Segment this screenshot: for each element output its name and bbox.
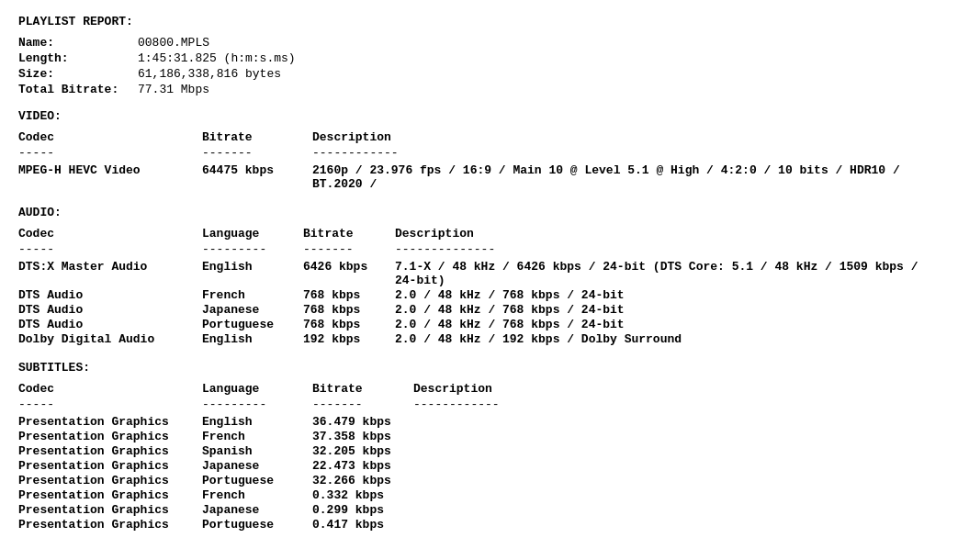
audio-rows: DTS:X Master Audio English 6426 kbps 7.1… bbox=[18, 260, 940, 346]
row-language: French bbox=[202, 430, 312, 443]
video-col-bitrate: Bitrate bbox=[202, 130, 312, 144]
row-bitrate: 37.358 kbps bbox=[312, 430, 413, 443]
video-col-description: Description bbox=[312, 130, 940, 144]
row-description: 7.1-X / 48 kHz / 6426 kbps / 24-bit (DTS… bbox=[395, 260, 940, 287]
report-title: PLAYLIST REPORT: bbox=[18, 15, 940, 28]
row-description bbox=[413, 444, 940, 458]
row-language: Portuguese bbox=[202, 318, 303, 331]
table-row: DTS Audio French 768 kbps 2.0 / 48 kHz /… bbox=[18, 288, 940, 302]
audio-divider: ----- --------- ------- -------------- bbox=[18, 242, 940, 256]
row-codec: Presentation Graphics bbox=[18, 474, 202, 487]
row-language: English bbox=[202, 332, 303, 346]
table-row: DTS Audio Japanese 768 kbps 2.0 / 48 kHz… bbox=[18, 303, 940, 317]
table-row: Presentation Graphics Portuguese 0.417 k… bbox=[18, 518, 940, 532]
row-bitrate: 32.205 kbps bbox=[312, 444, 413, 458]
subtitles-header: Codec Language Bitrate Description bbox=[18, 382, 940, 396]
row-description: 2.0 / 48 kHz / 768 kbps / 24-bit bbox=[395, 288, 940, 302]
row-bitrate: 0.299 kbps bbox=[312, 503, 413, 517]
sub-col-bitrate: Bitrate bbox=[312, 382, 413, 396]
audio-section: AUDIO: Codec Language Bitrate Descriptio… bbox=[18, 206, 940, 346]
row-language: Portuguese bbox=[202, 518, 312, 532]
video-divider: ----- ------- ------------ bbox=[18, 146, 940, 160]
video-header: Codec Bitrate Description bbox=[18, 130, 940, 144]
audio-title: AUDIO: bbox=[18, 206, 940, 219]
audio-col-codec: Codec bbox=[18, 227, 202, 241]
row-bitrate: 36.479 kbps bbox=[312, 415, 413, 429]
row-codec: DTS Audio bbox=[18, 288, 202, 302]
bitrate-label: Total Bitrate: bbox=[18, 83, 138, 96]
table-row: Presentation Graphics Portuguese 32.266 … bbox=[18, 474, 940, 487]
row-codec: Presentation Graphics bbox=[18, 444, 202, 458]
row-codec: Dolby Digital Audio bbox=[18, 332, 202, 346]
row-codec: Presentation Graphics bbox=[18, 518, 202, 532]
row-language: Japanese bbox=[202, 503, 312, 517]
row-description bbox=[413, 488, 940, 502]
row-language: English bbox=[202, 415, 312, 429]
table-row: DTS Audio Portuguese 768 kbps 2.0 / 48 k… bbox=[18, 318, 940, 331]
row-bitrate: 32.266 kbps bbox=[312, 474, 413, 487]
length-label: Length: bbox=[18, 51, 138, 65]
row-codec: Presentation Graphics bbox=[18, 459, 202, 473]
row-description: 2.0 / 48 kHz / 192 kbps / Dolby Surround bbox=[395, 332, 940, 346]
subtitle-rows: Presentation Graphics English 36.479 kbp… bbox=[18, 415, 940, 532]
table-row: Presentation Graphics English 36.479 kbp… bbox=[18, 415, 940, 429]
bitrate-value: 77.31 Mbps bbox=[138, 83, 209, 96]
row-bitrate: 0.332 kbps bbox=[312, 488, 413, 502]
row-language: French bbox=[202, 288, 303, 302]
row-codec: MPEG-H HEVC Video bbox=[18, 163, 202, 191]
name-label: Name: bbox=[18, 36, 138, 50]
sub-col-language: Language bbox=[202, 382, 312, 396]
row-codec: DTS:X Master Audio bbox=[18, 260, 202, 287]
row-language: Portuguese bbox=[202, 474, 312, 487]
video-col-codec: Codec bbox=[18, 130, 202, 144]
row-bitrate: 64475 kbps bbox=[202, 163, 312, 191]
table-row: Dolby Digital Audio English 192 kbps 2.0… bbox=[18, 332, 940, 346]
subtitles-divider: ----- --------- ------- ------------ bbox=[18, 398, 940, 411]
row-bitrate: 6426 kbps bbox=[303, 260, 395, 287]
audio-col-description: Description bbox=[395, 227, 940, 241]
row-language: Spanish bbox=[202, 444, 312, 458]
row-description: 2.0 / 48 kHz / 768 kbps / 24-bit bbox=[395, 303, 940, 317]
row-bitrate: 22.473 kbps bbox=[312, 459, 413, 473]
row-bitrate: 0.417 kbps bbox=[312, 518, 413, 532]
row-description: 2160p / 23.976 fps / 16:9 / Main 10 @ Le… bbox=[312, 163, 940, 191]
sub-col-codec: Codec bbox=[18, 382, 202, 396]
size-value: 61,186,338,816 bytes bbox=[138, 67, 281, 81]
table-row: Presentation Graphics Spanish 32.205 kbp… bbox=[18, 444, 940, 458]
row-description bbox=[413, 459, 940, 473]
row-description bbox=[413, 415, 940, 429]
row-bitrate: 768 kbps bbox=[303, 303, 395, 317]
size-label: Size: bbox=[18, 67, 138, 81]
table-row: Presentation Graphics French 0.332 kbps bbox=[18, 488, 940, 502]
video-section: VIDEO: Codec Bitrate Description ----- -… bbox=[18, 109, 940, 191]
row-description bbox=[413, 474, 940, 487]
row-codec: Presentation Graphics bbox=[18, 488, 202, 502]
row-codec: DTS Audio bbox=[18, 303, 202, 317]
row-language: Japanese bbox=[202, 303, 303, 317]
row-description bbox=[413, 430, 940, 443]
row-language: English bbox=[202, 260, 303, 287]
video-div-desc: ------------ bbox=[312, 146, 940, 160]
report-info: Name: 00800.MPLS Length: 1:45:31.825 (h:… bbox=[18, 36, 940, 96]
length-value: 1:45:31.825 (h:m:s.ms) bbox=[138, 51, 296, 65]
table-row: Presentation Graphics Japanese 0.299 kbp… bbox=[18, 503, 940, 517]
row-bitrate: 768 kbps bbox=[303, 288, 395, 302]
table-row: Presentation Graphics French 37.358 kbps bbox=[18, 430, 940, 443]
video-rows: MPEG-H HEVC Video 64475 kbps 2160p / 23.… bbox=[18, 163, 940, 191]
video-div-codec: ----- bbox=[18, 146, 202, 160]
row-language: Japanese bbox=[202, 459, 312, 473]
audio-header: Codec Language Bitrate Description bbox=[18, 227, 940, 241]
row-description bbox=[413, 518, 940, 532]
subtitles-title: SUBTITLES: bbox=[18, 361, 940, 375]
audio-col-language: Language bbox=[202, 227, 303, 241]
row-codec: Presentation Graphics bbox=[18, 415, 202, 429]
row-codec: Presentation Graphics bbox=[18, 430, 202, 443]
row-bitrate: 192 kbps bbox=[303, 332, 395, 346]
video-title: VIDEO: bbox=[18, 109, 940, 123]
table-row: Presentation Graphics Japanese 22.473 kb… bbox=[18, 459, 940, 473]
sub-col-description: Description bbox=[413, 382, 940, 396]
table-row: MPEG-H HEVC Video 64475 kbps 2160p / 23.… bbox=[18, 163, 940, 191]
row-codec: DTS Audio bbox=[18, 318, 202, 331]
row-description: 2.0 / 48 kHz / 768 kbps / 24-bit bbox=[395, 318, 940, 331]
name-value: 00800.MPLS bbox=[138, 36, 209, 50]
